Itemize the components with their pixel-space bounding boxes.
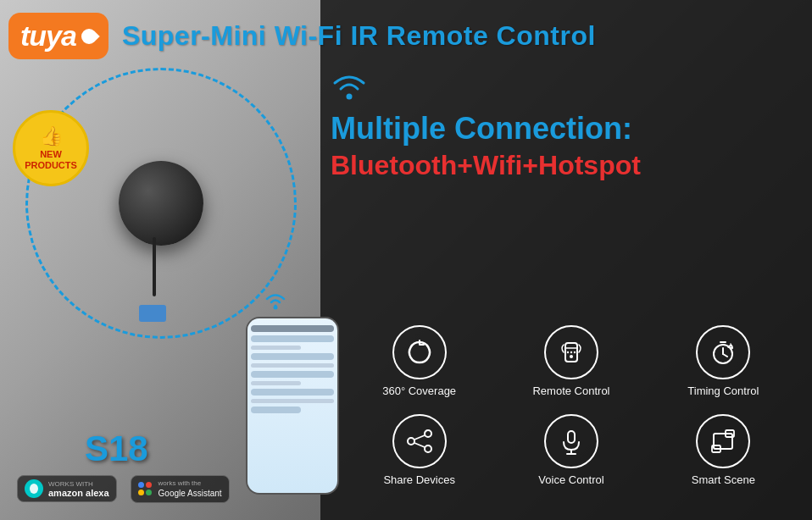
alexa-badge: WORKS WITH amazon alexa — [17, 475, 117, 502]
features-grid: 360° Coverage Remote Control — [348, 325, 795, 486]
phone-screen-bar-7 — [251, 381, 301, 385]
phone-screen-bar-1 — [251, 325, 334, 332]
coverage-label: 360° Coverage — [382, 384, 456, 397]
header-title: Super-Mini Wi-Fi IR Remote Control — [122, 20, 596, 52]
alexa-text: WORKS WITH amazon alexa — [48, 480, 109, 499]
scene-label: Smart Scene — [692, 473, 755, 486]
svg-point-13 — [408, 438, 414, 445]
badge-text: NEW PRODUCTS — [25, 149, 77, 171]
svg-point-14 — [425, 445, 431, 452]
header: tuya Super-Mini Wi-Fi IR Remote Control — [8, 13, 804, 59]
phone-screen-bar-9 — [251, 399, 334, 403]
coverage-icon-circle — [392, 325, 447, 379]
scene-icon-circle — [696, 414, 750, 468]
wifi-signal-icon — [263, 290, 288, 317]
phone-screen-bar-4 — [251, 353, 334, 360]
svg-line-15 — [414, 435, 425, 440]
product-circle — [25, 68, 297, 339]
svg-point-6 — [574, 351, 576, 353]
svg-point-1 — [347, 94, 353, 100]
feature-coverage: 360° Coverage — [348, 325, 491, 397]
feature-scene: Smart Scene — [652, 414, 795, 486]
svg-point-4 — [570, 355, 573, 358]
remote-label: Remote Control — [532, 384, 609, 397]
share-label: Share Devices — [383, 473, 455, 486]
svg-point-5 — [567, 351, 569, 353]
tuya-logo: tuya — [8, 13, 108, 59]
google-dot-blue — [138, 482, 144, 488]
svg-rect-17 — [568, 431, 575, 443]
google-icon — [138, 482, 153, 495]
wifi-big-icon — [331, 68, 368, 108]
svg-point-7 — [570, 351, 572, 353]
device-usb-connector — [139, 305, 166, 322]
phone-screen-bar-6 — [251, 371, 334, 378]
connection-subtitle: Bluetooth+Wifi+Hotspot — [331, 149, 795, 181]
connection-title: Multiple Connection: — [331, 112, 795, 146]
tuya-brand-text: tuya — [20, 19, 76, 53]
google-badge: works with the Google Assistant — [131, 475, 230, 503]
main-container: tuya Super-Mini Wi-Fi IR Remote Control … — [0, 0, 812, 520]
phone-screen-bar-8 — [251, 389, 334, 396]
new-products-badge: 👍 NEW PRODUCTS — [13, 110, 89, 186]
bottom-logos: WORKS WITH amazon alexa works with the G… — [17, 475, 230, 503]
tuya-leaf-icon — [78, 25, 99, 47]
feature-voice: Voice Control — [499, 414, 642, 486]
feature-share: Share Devices — [348, 414, 491, 486]
svg-line-16 — [414, 443, 425, 447]
svg-line-10 — [723, 354, 727, 357]
timing-icon-circle — [696, 325, 750, 379]
phone-screen-bar-5 — [251, 363, 334, 368]
google-dot-green — [146, 490, 152, 495]
phone-screen-bar-2 — [251, 335, 334, 342]
google-text: works with the Google Assistant — [159, 479, 222, 499]
svg-point-0 — [274, 306, 278, 310]
connection-area: Multiple Connection: Bluetooth+Wifi+Hots… — [331, 68, 795, 181]
timing-label: Timing Control — [687, 384, 759, 397]
alexa-icon — [25, 479, 43, 498]
device-cable — [153, 237, 156, 296]
phone-screen-bar-10 — [251, 407, 301, 413]
google-dot-red — [146, 482, 152, 488]
remote-icon-circle — [544, 325, 598, 379]
svg-point-12 — [425, 430, 431, 437]
svg-point-23 — [30, 484, 38, 494]
product-model-label: S18 — [85, 429, 148, 469]
feature-remote: Remote Control — [499, 325, 642, 397]
phone-screen — [247, 318, 337, 493]
voice-label: Voice Control — [538, 473, 603, 486]
phone-screen-bar-3 — [251, 346, 301, 350]
svg-rect-20 — [714, 434, 732, 449]
google-dot-yellow — [138, 490, 144, 495]
phone-mockup — [246, 317, 339, 495]
voice-icon-circle — [544, 414, 598, 468]
share-icon-circle — [392, 414, 447, 468]
thumbs-up-icon: 👍 — [40, 125, 63, 147]
device-body — [119, 161, 203, 246]
product-image — [68, 110, 254, 296]
feature-timing: Timing Control — [652, 325, 795, 397]
